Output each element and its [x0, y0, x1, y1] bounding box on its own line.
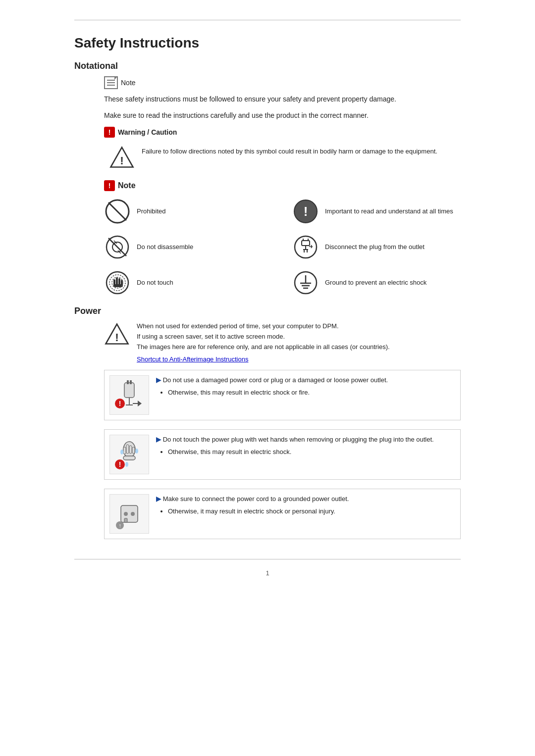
- bottom-divider: [74, 559, 461, 559]
- important-label: Important to read and understand at all …: [325, 207, 453, 216]
- warning-caution-icon: !: [104, 127, 115, 138]
- power-item-1-main: ▶ Do not use a damaged power cord or plu…: [156, 375, 388, 386]
- svg-point-50: [135, 449, 138, 454]
- icon-item-ground: Ground to prevent an electric shock: [292, 269, 461, 296]
- power-item-2-icon: !: [112, 437, 147, 472]
- icon-item-notouch: Do not touch: [104, 269, 272, 296]
- notouch-icon: [104, 269, 131, 296]
- power-item-2-text: ▶ Do not touch the power plug with wet h…: [156, 435, 434, 457]
- svg-rect-44: [123, 456, 135, 460]
- power-item-3-text: ▶ Make sure to connect the power cord to…: [156, 494, 349, 517]
- svg-point-56: [131, 512, 135, 516]
- power-item-1: ! ▶ Do not use a damaged power cord or p…: [104, 370, 461, 420]
- svg-text:↑: ↑: [118, 522, 121, 529]
- svg-point-55: [124, 512, 128, 516]
- note-document-icon: [104, 76, 118, 89]
- warning-caution-label: Warning / Caution: [118, 128, 177, 136]
- notational-heading: Notational: [74, 61, 461, 71]
- disconnect-label: Disconnect the plug from the outlet: [325, 243, 425, 252]
- ground-icon: [292, 269, 319, 296]
- svg-point-49: [120, 450, 123, 454]
- svg-point-51: [125, 462, 128, 467]
- notational-para2: Make sure to read the instructions caref…: [104, 110, 461, 121]
- power-item-1-bullets: Otherwise, this may result in electric s…: [156, 388, 388, 398]
- power-item-3-image: ↑: [109, 494, 149, 534]
- power-item-3-icon: ↑: [112, 497, 147, 531]
- prohibited-label: Prohibited: [137, 207, 166, 216]
- power-item-1-image: !: [109, 375, 149, 415]
- note-line-1: [107, 80, 115, 81]
- ground-label: Ground to prevent an electric shock: [325, 278, 427, 287]
- disassemble-label: Do not disassemble: [137, 243, 193, 252]
- shortcut-link[interactable]: Shortcut to Anti-Afterimage Instructions: [137, 355, 248, 363]
- icon-item-disassemble: Do not disassemble: [104, 234, 272, 260]
- warning-text: Failure to follow directions noted by th…: [142, 145, 437, 156]
- power-item-2-bullets: Otherwise, this may result in electric s…: [156, 447, 434, 457]
- power-item-1-text: ▶ Do not use a damaged power cord or plu…: [156, 375, 388, 398]
- warning-block: ! Failure to follow directions noted by …: [104, 145, 461, 170]
- svg-marker-42: [138, 401, 142, 406]
- power-item-1-icon: !: [112, 378, 147, 412]
- power-item-1-bullet-1: Otherwise, this may result in electric s…: [168, 388, 388, 398]
- svg-line-8: [108, 238, 126, 256]
- icon-item-disconnect: Disconnect the plug from the outlet: [292, 234, 461, 260]
- page-number: 1: [74, 569, 461, 577]
- disassemble-icon: [104, 234, 131, 260]
- svg-text:!: !: [119, 400, 121, 407]
- power-warning-texts: When not used for extended period of tim…: [137, 321, 390, 363]
- svg-rect-35: [127, 380, 129, 384]
- power-warning-text3: The images here are for reference only, …: [137, 342, 390, 353]
- notational-content: Note These safety instructions must be f…: [104, 76, 461, 296]
- power-item-1-d-icon: ▶: [156, 376, 161, 384]
- power-item-2: ! ▶ Do not touch the power plug with wet…: [104, 429, 461, 480]
- svg-rect-54: [121, 505, 138, 522]
- power-item-2-d-icon: ▶: [156, 436, 161, 443]
- prohibited-icon: [104, 198, 131, 225]
- svg-text:!: !: [120, 154, 124, 167]
- disconnect-icon: [292, 234, 319, 260]
- icons-grid: Prohibited ! Important to read and under…: [104, 198, 461, 296]
- svg-rect-45: [123, 447, 126, 454]
- svg-rect-48: [132, 447, 135, 454]
- svg-text:!: !: [304, 204, 308, 219]
- note-line-2: [107, 82, 115, 83]
- note-line-3: [107, 85, 115, 86]
- icon-item-prohibited: Prohibited: [104, 198, 272, 225]
- power-content: ! When not used for extended period of t…: [104, 321, 461, 539]
- svg-rect-34: [124, 383, 134, 398]
- svg-rect-36: [130, 380, 132, 384]
- svg-rect-12: [302, 241, 310, 246]
- page-title: Safety Instructions: [74, 35, 461, 51]
- svg-text:!: !: [115, 331, 119, 344]
- svg-rect-24: [113, 284, 123, 287]
- notational-para1: These safety instructions must be follow…: [104, 94, 461, 104]
- power-item-3-d-icon: ▶: [156, 495, 161, 503]
- power-heading: Power: [74, 306, 461, 316]
- power-item-2-main: ▶ Do not touch the power plug with wet h…: [156, 435, 434, 445]
- power-warning-text1: When not used for extended period of tim…: [137, 321, 390, 332]
- note-label: Note: [121, 79, 136, 87]
- svg-text:!: !: [119, 460, 121, 468]
- svg-line-3: [108, 202, 126, 220]
- warning-triangle-icon: !: [109, 145, 135, 170]
- power-item-2-bullet-1: Otherwise, this may result in electric s…: [168, 447, 434, 457]
- note2-label: Note: [118, 181, 136, 190]
- power-item-3-main: ▶ Make sure to connect the power cord to…: [156, 494, 349, 504]
- page-container: Safety Instructions Notational Note Thes…: [45, 0, 490, 606]
- power-item-2-image: !: [109, 435, 149, 474]
- power-warning-triangle-icon: !: [104, 321, 130, 347]
- note2-heading-row: ! Note: [104, 180, 461, 191]
- power-warning-text2: If using a screen saver, set it to activ…: [137, 332, 390, 342]
- power-warning-block: ! When not used for extended period of t…: [104, 321, 461, 363]
- svg-rect-46: [126, 445, 129, 454]
- notouch-label: Do not touch: [137, 278, 173, 287]
- power-item-3-bullet-1: Otherwise, it may result in electric sho…: [168, 506, 349, 517]
- icon-item-important: ! Important to read and understand at al…: [292, 198, 461, 225]
- note-icon-row: Note: [104, 76, 461, 89]
- top-divider: [74, 20, 461, 20]
- shortcut-link-container[interactable]: Shortcut to Anti-Afterimage Instructions: [137, 355, 390, 363]
- power-item-3: ↑ ▶ Make sure to connect the power cord …: [104, 489, 461, 539]
- important-icon: !: [292, 198, 319, 225]
- warning-caution-row: ! Warning / Caution: [104, 127, 461, 138]
- svg-rect-57: [124, 518, 127, 522]
